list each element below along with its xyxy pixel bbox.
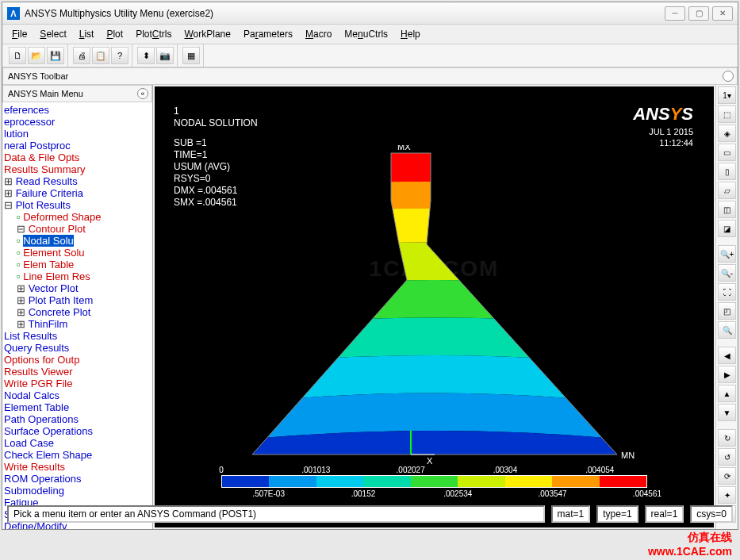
mx-label: MX — [397, 145, 411, 152]
tree-item[interactable]: Query Results — [4, 342, 151, 354]
report-button[interactable]: 📋 — [92, 47, 109, 64]
menubar: File Select List Plot PlotCtrls WorkPlan… — [2, 25, 738, 44]
dynamic-mode-button[interactable]: ✦ — [718, 486, 736, 504]
zoom-win-back-button[interactable]: 🔍 — [718, 321, 736, 339]
svg-rect-1 — [213, 145, 657, 185]
raise-hidden-button[interactable]: ▦ — [182, 47, 200, 64]
ansys-logo: ANSYS — [633, 104, 693, 125]
legend-segment — [600, 476, 646, 487]
legend-segment — [552, 476, 599, 487]
right-view-button[interactable]: ▯ — [718, 163, 736, 180]
tree-item[interactable]: Path Operations — [4, 413, 151, 425]
legend-segment — [458, 476, 504, 487]
menu-help[interactable]: Help — [396, 27, 425, 41]
tree-item[interactable]: Plot Path Item — [4, 294, 151, 306]
print-button[interactable]: 🖨 — [73, 47, 90, 64]
command-bar: Pick a menu item or enter an ANSYS Comma… — [7, 505, 733, 523]
tree-item[interactable]: lution — [4, 128, 151, 140]
tree-item[interactable]: Results Summary — [4, 163, 151, 175]
viewport-dropdown[interactable]: 1▾ — [718, 86, 736, 104]
menu-plot[interactable]: Plot — [102, 27, 128, 41]
tree-item[interactable]: Submodeling — [4, 485, 151, 497]
menu-menuctrls[interactable]: MenuCtrls — [339, 27, 393, 41]
contour-legend: 0.001013.002027.00304.004054 .507E-03.00… — [221, 466, 647, 501]
rotate-y-button[interactable]: ↺ — [718, 448, 736, 466]
new-button[interactable]: 🗋 — [9, 47, 26, 64]
tree-item[interactable]: Write Results — [4, 461, 151, 473]
tree-item[interactable]: Options for Outp — [4, 354, 151, 366]
maximize-button[interactable]: ▢ — [688, 6, 709, 21]
command-prompt[interactable]: Pick a menu item or enter an ANSYS Comma… — [7, 505, 545, 523]
front-view-button[interactable]: ▭ — [718, 144, 736, 161]
tree-item[interactable]: Write PGR File — [4, 378, 151, 389]
left-view-button[interactable]: ◪ — [718, 220, 736, 237]
status-real: real=1 — [645, 505, 684, 523]
pan-left-button[interactable]: ◀ — [718, 347, 736, 364]
rotate-z-button[interactable]: ⟳ — [718, 467, 736, 485]
menu-list[interactable]: List — [75, 27, 99, 41]
tree-item[interactable]: Data & File Opts — [4, 152, 151, 163]
tree-item[interactable]: Nodal Calcs — [4, 389, 151, 401]
tree-item[interactable]: ▫ Deformed Shape — [4, 211, 151, 223]
fit-view-button[interactable]: ⛶ — [718, 283, 736, 301]
tree-item[interactable]: Results Viewer — [4, 366, 151, 378]
tree-item[interactable]: Vector Plot — [4, 282, 151, 294]
box-zoom-button[interactable]: ◰ — [718, 302, 736, 320]
pan-up-button[interactable]: ▲ — [718, 385, 736, 402]
window-title: ANSYS Multiphysics Utility Menu (exercis… — [25, 8, 665, 19]
tree-item[interactable]: Element Table — [4, 401, 151, 413]
pan-right-button[interactable]: ▶ — [718, 366, 736, 383]
tree-item[interactable]: Contour Plot — [4, 223, 151, 235]
tree-item[interactable]: Nodal Solu — [23, 235, 74, 247]
help-button[interactable]: ? — [111, 47, 128, 64]
tree-item[interactable]: Failure Criteria — [4, 187, 151, 199]
zoom-out-button[interactable]: 🔍- — [718, 264, 736, 282]
tree-item[interactable]: Concrete Plot — [4, 306, 151, 318]
iso-view-button[interactable]: ⬚ — [718, 105, 736, 123]
close-button[interactable]: ✕ — [712, 6, 733, 21]
image-capture-button[interactable]: 📷 — [156, 47, 174, 64]
legend-segment — [269, 476, 316, 487]
site-watermark: 仿真在线 www.1CAE.com — [648, 530, 732, 558]
menu-workplane[interactable]: WorkPlane — [179, 27, 235, 41]
save-button[interactable]: 💾 — [47, 47, 64, 64]
menu-file[interactable]: File — [7, 27, 32, 41]
tree-item[interactable]: Check Elem Shape — [4, 449, 151, 461]
back-view-button[interactable]: ◫ — [718, 201, 736, 218]
menu-select[interactable]: Select — [35, 27, 71, 41]
tree-item[interactable]: ▫ Element Solu — [4, 247, 151, 259]
contour-plot: MX MN X — [213, 145, 657, 470]
tree-item[interactable]: ▫ Line Elem Res — [4, 270, 151, 282]
tree-item[interactable]: List Results — [4, 330, 151, 342]
legend-segment — [316, 476, 363, 487]
tree-item[interactable]: Read Results — [4, 175, 151, 187]
minimize-button[interactable]: ─ — [665, 6, 685, 21]
tree-item[interactable]: ROM Operations — [4, 473, 151, 485]
toolbar-label-text: ANSYS Toolbar — [8, 71, 68, 81]
status-mat: mat=1 — [551, 505, 591, 523]
graphics-window[interactable]: 1 NODAL SOLUTION SUB =1 TIME=1 USUM (AVG… — [155, 86, 714, 527]
rotate-x-button[interactable]: ↻ — [718, 429, 736, 447]
menu-parameters[interactable]: Parameters — [239, 27, 297, 41]
tree-item[interactable]: neral Postproc — [4, 140, 151, 152]
open-button[interactable]: 📂 — [28, 47, 45, 64]
tree-item[interactable]: Load Case — [4, 437, 151, 449]
pan-zoom-button[interactable]: ⬍ — [137, 47, 155, 64]
toolbar-toggle-icon[interactable] — [723, 71, 734, 82]
status-type: type=1 — [596, 505, 638, 523]
pan-down-button[interactable]: ▼ — [718, 404, 736, 421]
menu-plotctrls[interactable]: PlotCtrls — [131, 27, 176, 41]
menu-tree[interactable]: eferenceseprocessorlutionneral PostprocD… — [2, 102, 152, 529]
tree-item[interactable]: eprocessor — [4, 116, 151, 128]
tree-item[interactable]: Surface Operations — [4, 425, 151, 437]
titlebar: Λ ANSYS Multiphysics Utility Menu (exerc… — [2, 2, 738, 25]
tree-item[interactable]: ThinFilm — [4, 318, 151, 330]
zoom-in-button[interactable]: 🔍+ — [718, 245, 736, 263]
sidebar-toggle-icon[interactable]: « — [137, 88, 148, 99]
menu-macro[interactable]: Macro — [301, 27, 336, 41]
top-view-button[interactable]: ▱ — [718, 182, 736, 199]
tree-item[interactable]: ▫ Elem Table — [4, 259, 151, 270]
oblique-view-button[interactable]: ◈ — [718, 125, 736, 142]
tree-item[interactable]: eferences — [4, 104, 151, 116]
tree-item[interactable]: Plot Results — [4, 199, 151, 211]
